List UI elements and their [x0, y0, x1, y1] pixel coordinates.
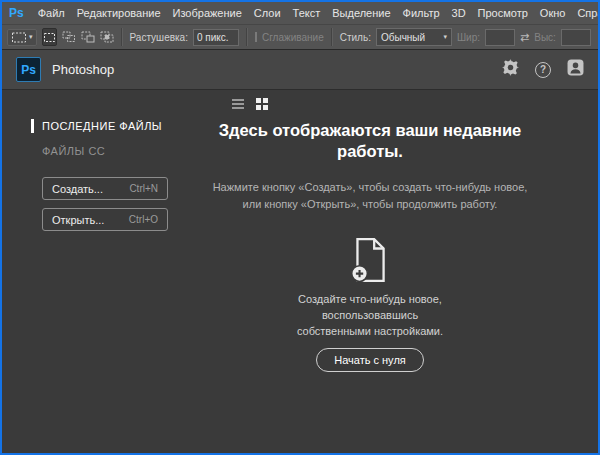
start-description: Нажмите кнопку «Создать», чтобы создать …: [202, 179, 538, 213]
photoshop-window: Ps Файл Редактирование Изображение Слои …: [0, 0, 600, 455]
menu-file[interactable]: Файл: [32, 7, 71, 19]
view-toggle: [232, 98, 268, 110]
app-title: Photoshop: [52, 62, 114, 77]
antialias-label: Сглаживание: [262, 32, 324, 43]
menu-help[interactable]: Справка: [571, 7, 600, 19]
menu-bar: Ps Файл Редактирование Изображение Слои …: [2, 2, 598, 24]
start-workspace: ПОСЛЕДНИЕ ФАЙЛЫ ФАЙЛЫ CC Создать... Ctrl…: [2, 90, 598, 453]
open-file-button-label: Открыть...: [52, 214, 104, 226]
swap-dimensions-icon[interactable]: ⇄: [520, 31, 529, 44]
start-main: Здесь отображаются ваши недавние работы.…: [202, 90, 598, 453]
account-avatar-icon[interactable]: [567, 59, 584, 80]
ps-logo-badge: Ps: [16, 57, 41, 82]
sidebar-item-cc-files[interactable]: ФАЙЛЫ CC: [42, 145, 202, 157]
open-file-shortcut: Ctrl+O: [129, 214, 158, 225]
menu-window[interactable]: Окно: [534, 7, 572, 19]
new-selection-button[interactable]: [42, 28, 57, 46]
tool-preset-picker[interactable]: ▾: [7, 29, 37, 46]
start-from-scratch-button[interactable]: Начать с нуля: [316, 348, 424, 372]
start-cta-text: Создайте что-нибудь новое, воспользовавш…: [291, 292, 449, 340]
menu-type[interactable]: Текст: [287, 7, 327, 19]
app-header: Ps Photoshop ?: [2, 50, 598, 90]
width-input[interactable]: [485, 29, 515, 46]
width-label: Шир:: [457, 32, 480, 43]
ps-app-icon: Ps: [9, 6, 24, 20]
subtract-from-selection-button[interactable]: [81, 28, 95, 46]
grid-view-icon[interactable]: [256, 98, 268, 110]
menu-select[interactable]: Выделение: [326, 7, 396, 19]
menu-view[interactable]: Просмотр: [472, 7, 534, 19]
style-select-value: Обычный: [381, 32, 425, 43]
height-input[interactable]: [561, 29, 591, 46]
open-file-button[interactable]: Открыть... Ctrl+O: [42, 208, 168, 231]
intersect-selection-icon: [100, 31, 114, 43]
chevron-down-icon: ▾: [443, 33, 447, 41]
new-document-block: Создайте что-нибудь новое, воспользовавш…: [291, 237, 449, 372]
add-to-selection-button[interactable]: [62, 28, 76, 46]
start-sidebar: ПОСЛЕДНИЕ ФАЙЛЫ ФАЙЛЫ CC Создать... Ctrl…: [2, 90, 202, 453]
sidebar-buttons: Создать... Ctrl+N Открыть... Ctrl+O: [42, 177, 202, 231]
style-select[interactable]: Обычный ▾: [376, 28, 452, 46]
feather-input[interactable]: [193, 29, 239, 46]
help-icon[interactable]: ?: [535, 62, 551, 78]
menu-image[interactable]: Изображение: [167, 7, 248, 19]
feather-label: Растушевка:: [130, 32, 188, 43]
add-to-selection-icon: [62, 31, 76, 43]
menu-filter[interactable]: Фильтр: [397, 7, 446, 19]
settings-gear-icon[interactable]: [502, 59, 519, 80]
divider: [331, 28, 333, 46]
new-file-button[interactable]: Создать... Ctrl+N: [42, 177, 168, 200]
menu-layers[interactable]: Слои: [248, 7, 287, 19]
header-actions: ?: [502, 59, 584, 80]
menu-3d[interactable]: 3D: [446, 7, 472, 19]
antialias-checkbox[interactable]: [255, 32, 257, 42]
sidebar-item-recent-files[interactable]: ПОСЛЕДНИЕ ФАЙЛЫ: [42, 120, 202, 132]
new-document-icon: [350, 237, 390, 283]
list-view-icon[interactable]: [232, 99, 244, 109]
chevron-down-icon: ▾: [29, 33, 33, 41]
new-selection-icon: [43, 32, 56, 43]
tool-options-bar: ▾ Растушевка: Сглаживание Стиль: Обычный…: [2, 24, 598, 50]
style-label: Стиль:: [340, 32, 371, 43]
subtract-from-selection-icon: [81, 31, 95, 43]
rectangular-marquee-icon: [11, 31, 27, 44]
intersect-selection-button[interactable]: [100, 28, 114, 46]
menu-edit[interactable]: Редактирование: [71, 7, 167, 19]
new-file-shortcut: Ctrl+N: [129, 183, 158, 194]
divider: [246, 28, 248, 46]
height-label: Выс:: [534, 32, 556, 43]
new-file-button-label: Создать...: [52, 183, 103, 195]
start-heading: Здесь отображаются ваши недавние работы.: [202, 120, 538, 163]
divider: [121, 28, 123, 46]
